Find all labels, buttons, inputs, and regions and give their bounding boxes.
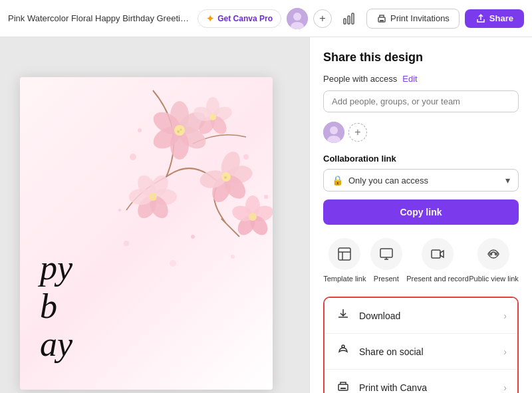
svg-point-14 — [174, 125, 185, 136]
svg-rect-5 — [352, 13, 354, 24]
share-social-icon — [335, 343, 351, 360]
card-preview: py b ay — [20, 77, 273, 390]
svg-point-58 — [490, 253, 492, 255]
public-view-link-option[interactable]: Public view link — [469, 238, 519, 283]
template-link-label: Template link — [323, 274, 366, 283]
svg-point-47 — [231, 255, 235, 259]
canva-pro-button[interactable]: ✦ Get Canva Pro — [198, 9, 281, 28]
share-panel-title: Share this design — [323, 51, 519, 65]
share-social-chevron-icon: › — [503, 346, 507, 357]
svg-point-36 — [149, 193, 157, 201]
share-social-label: Share on social — [359, 346, 424, 357]
template-link-option[interactable]: Template link — [323, 238, 366, 283]
topbar-title: Pink Watercolor Floral Happy Birthday Gr… — [8, 13, 192, 23]
svg-point-1 — [293, 13, 301, 21]
print-canva-icon — [335, 379, 351, 393]
lock-icon: 🔒 — [332, 175, 343, 186]
svg-point-51 — [118, 209, 121, 211]
people-access-label: People with access — [323, 74, 397, 84]
print-label: Print Invitations — [390, 13, 450, 23]
share-options-row: Template link Present Present and record… — [323, 238, 519, 283]
svg-point-49 — [138, 128, 142, 132]
public-view-link-icon — [477, 238, 509, 270]
share-panel: Share this design People with access Edi… — [309, 37, 532, 393]
canva-pro-icon: ✦ — [206, 13, 214, 24]
topbar: Pink Watercolor Floral Happy Birthday Gr… — [0, 0, 532, 37]
template-link-icon — [329, 238, 360, 270]
svg-rect-7 — [380, 20, 384, 21]
svg-point-50 — [264, 195, 268, 199]
present-icon — [370, 238, 402, 270]
access-option-text: Only you can access — [348, 176, 428, 186]
canva-pro-label: Get Canva Pro — [217, 14, 273, 23]
svg-point-16 — [180, 129, 182, 131]
svg-point-15 — [177, 130, 180, 133]
svg-point-29 — [209, 114, 216, 120]
svg-point-45 — [191, 235, 195, 239]
present-record-label: Present and record — [406, 274, 469, 283]
svg-rect-61 — [338, 384, 348, 390]
copy-link-button[interactable]: Copy link — [323, 199, 519, 225]
analytics-button[interactable] — [337, 7, 361, 31]
user-avatar — [323, 122, 344, 143]
svg-point-48 — [170, 260, 176, 267]
people-access-row: People with access Edit — [323, 74, 519, 84]
svg-point-60 — [342, 345, 344, 348]
svg-rect-62 — [340, 388, 346, 389]
svg-point-53 — [330, 126, 338, 134]
present-record-option[interactable]: Present and record — [406, 238, 469, 283]
collab-link-label: Collaboration link — [323, 154, 519, 164]
svg-point-46 — [124, 241, 129, 246]
svg-rect-55 — [338, 248, 350, 260]
collab-dropdown-left: 🔒 Only you can access — [332, 175, 428, 186]
card-birthday-text: py b ay — [40, 249, 72, 363]
avatar-row: + — [323, 122, 519, 143]
edit-access-link[interactable]: Edit — [402, 74, 417, 84]
print-canva-item[interactable]: Print with Canva › — [325, 370, 517, 393]
present-option[interactable]: Present — [366, 238, 406, 283]
collaboration-dropdown[interactable]: 🔒 Only you can access ▾ — [323, 169, 519, 192]
svg-rect-3 — [344, 19, 346, 24]
present-label: Present — [374, 274, 399, 283]
avatar[interactable] — [287, 8, 308, 29]
action-list: Download › Share on social › P — [323, 297, 519, 393]
chevron-down-icon: ▾ — [505, 175, 510, 186]
present-record-icon — [422, 238, 454, 270]
add-collaborator-button[interactable]: + — [313, 9, 332, 28]
share-social-item[interactable]: Share on social › — [325, 334, 517, 370]
share-button[interactable]: Share — [465, 9, 524, 28]
download-item[interactable]: Download › — [325, 298, 517, 334]
download-label: Download — [359, 311, 400, 321]
download-icon — [335, 307, 351, 324]
share-label: Share — [489, 13, 513, 23]
svg-point-44 — [243, 154, 249, 160]
print-canva-label: Print with Canva — [359, 382, 427, 393]
print-invitations-button[interactable]: Print Invitations — [366, 9, 460, 29]
svg-point-43 — [130, 154, 136, 160]
download-chevron-icon: › — [503, 311, 507, 321]
public-view-link-label: Public view link — [469, 274, 519, 283]
add-person-button[interactable]: + — [348, 123, 367, 142]
people-input[interactable] — [323, 90, 519, 112]
svg-point-23 — [224, 176, 227, 179]
svg-rect-56 — [380, 249, 392, 257]
print-canva-chevron-icon: › — [503, 382, 507, 393]
svg-point-59 — [495, 253, 497, 255]
svg-rect-4 — [348, 16, 350, 24]
svg-point-42 — [249, 213, 257, 221]
svg-rect-57 — [432, 250, 440, 258]
